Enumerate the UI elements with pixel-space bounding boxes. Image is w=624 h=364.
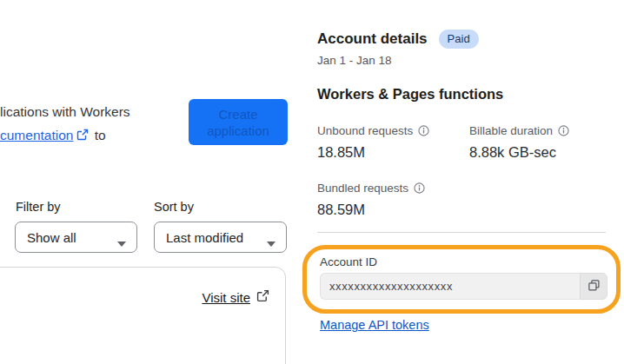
sort-dropdown[interactable]: Last modified: [154, 222, 287, 253]
stat-label: Unbound requests: [317, 124, 413, 137]
stat-bundled-requests: Bundled requests 88.59M: [317, 182, 425, 218]
account-details-header: Account details Paid: [317, 30, 479, 49]
filter-dropdown-value: Show all: [27, 230, 76, 245]
intro-after-link: to: [95, 128, 106, 142]
create-application-button[interactable]: Create application: [189, 99, 288, 145]
chevron-down-icon: [267, 235, 275, 240]
external-link-icon: [76, 124, 89, 148]
stat-billable-duration: Billable duration 8.88k GB-sec: [469, 124, 569, 161]
documentation-link[interactable]: cumentation: [0, 128, 73, 142]
stat-label: Billable duration: [469, 124, 553, 137]
info-circle-icon[interactable]: [418, 125, 429, 136]
account-id-field-group: [320, 273, 607, 300]
info-circle-icon[interactable]: [414, 182, 425, 194]
project-card: Visit site: [0, 267, 286, 364]
chevron-down-icon: [117, 235, 126, 240]
manage-api-tokens-link[interactable]: Manage API tokens: [320, 318, 429, 332]
stat-label: Bundled requests: [317, 182, 408, 195]
info-circle-icon[interactable]: [558, 125, 569, 136]
stat-value: 88.59M: [317, 202, 425, 218]
account-id-input[interactable]: [320, 273, 580, 300]
workers-pages-functions-title: Workers & Pages functions: [317, 86, 503, 103]
section-divider: [317, 232, 606, 233]
sort-dropdown-value: Last modified: [166, 230, 243, 245]
stat-value: 18.85M: [317, 144, 429, 161]
account-id-label: Account ID: [320, 255, 377, 268]
intro-line1: lications with Workers: [0, 104, 130, 119]
billing-date-range: Jan 1 - Jan 18: [317, 54, 392, 67]
copy-account-id-button[interactable]: [580, 273, 607, 300]
stat-unbound-requests: Unbound requests 18.85M: [317, 124, 429, 161]
copy-icon: [587, 279, 601, 295]
workers-pages-dashboard: lications with Workers cumentation to Cr…: [0, 0, 624, 364]
account-details-title: Account details: [317, 30, 428, 48]
visit-site-link[interactable]: Visit site: [202, 289, 269, 305]
sort-by-label: Sort by: [154, 200, 194, 214]
paid-status-badge: Paid: [439, 30, 479, 49]
stat-value: 8.88k GB-sec: [469, 144, 569, 161]
visit-site-label: Visit site: [202, 290, 250, 305]
external-link-icon: [256, 289, 269, 305]
intro-text: lications with Workers cumentation to: [0, 100, 183, 148]
filter-dropdown[interactable]: Show all: [15, 222, 137, 253]
filter-by-label: Filter by: [16, 200, 61, 214]
